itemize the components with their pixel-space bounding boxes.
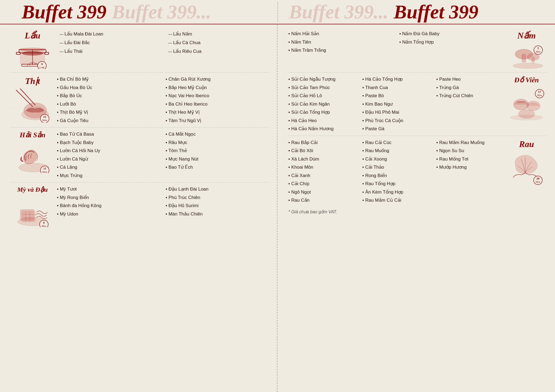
dovien-item-13: Phù Trúc Cá Cuộn — [362, 117, 432, 124]
svg-text:11: 11 — [43, 167, 46, 170]
dovien-item-17: Trứng Cút Chiên — [436, 92, 506, 99]
rau-item-20: Mướp Hương — [436, 164, 506, 171]
dovien-item-1: Sủi Cảo Ngẫu Tượng — [288, 76, 358, 83]
section-my: Mỳ và Đậu — [11, 182, 269, 230]
buffet-title-right-main: Buffet 399 — [394, 2, 479, 22]
dovien-item-8: Há Cảo Tổng Hợp — [362, 76, 432, 83]
svg-text:8: 8 — [43, 221, 45, 224]
dovien-item-15: Paste Heo — [436, 76, 506, 83]
thit-item-4: Lưỡi Bò — [57, 101, 160, 108]
haissan-item-7: Cá Mắt Ngọc — [166, 131, 269, 138]
dovien-col3: Paste Heo Trứng Gà Trứng Cút Chiên — [436, 76, 506, 132]
nam-item-4: Nấm Đùi Gà Baby — [399, 30, 506, 37]
rau-item-16: Rau Mầm Củ Cải — [362, 197, 432, 204]
my-items: Mỳ Tươi Mỳ Rong Biển Bánh đa Hồng Kông M… — [54, 186, 269, 217]
rau-item-17: Rau Mầm Rau Muống — [436, 139, 506, 146]
my-item-2: Mỳ Rong Biển — [57, 194, 160, 201]
svg-rect-33 — [522, 54, 526, 62]
lau-item-4: Lẩu Nấm — [166, 30, 269, 38]
haissan-item-2: Bạch Tuộc Baby — [57, 139, 160, 146]
haissan-col2: Cá Mắt Ngọc Râu Mực Tôm Thẻ Mực Nang Nút… — [166, 131, 269, 179]
thit-item-3: Bắp Bò Úc — [57, 92, 160, 99]
svg-text:12: 12 — [43, 115, 47, 118]
section-rau: Rau Bắp Cải Cải Bó Xôi Xà Lách Dúm Khoai… — [288, 136, 547, 207]
dovien-title: Đồ Viên — [514, 76, 539, 84]
left-header: Buffet 399 Buffet 399... — [11, 2, 278, 22]
section-dovien: Sủi Cảo Ngẫu Tượng Sủi Cảo Tam Phúc Sủi … — [288, 73, 547, 136]
dovien-illustration: Đồ Viên — [506, 76, 547, 121]
header-titles: Buffet 399 Buffet 399... Buffet 399... B… — [11, 2, 544, 22]
lau-col1: Lẩu Mala Đài Loan Lẩu Đài Bắc Lẩu Thái — [57, 30, 160, 55]
my-col2: Đậu Lạnh Đài Loan Phù Trúc Chiên Đậu Hũ … — [166, 186, 269, 217]
svg-text:5: 5 — [537, 47, 539, 50]
rau-col2: Rau Cải Cúc Rau Muống Cải Xoong Cải Thảo… — [362, 139, 432, 204]
dovien-item-7: Há Cảo Nấm Hương — [288, 125, 358, 132]
left-panel: Lẩu — [0, 24, 278, 392]
thit-item-2: Gầu Hoa Bò Úc — [57, 84, 160, 91]
svg-text:Món: Món — [536, 50, 541, 53]
dovien-item-5: Sủi Cảo Tổng Hợp — [288, 109, 358, 116]
my-item-8: Màn Thầu Chiên — [166, 211, 269, 218]
rau-item-6: Cải Chíp — [288, 180, 358, 187]
dovien-col1: Sủi Cảo Ngẫu Tượng Sủi Cảo Tam Phúc Sủi … — [288, 76, 358, 132]
svg-text:Món: Món — [42, 171, 47, 173]
haissan-item-3: Lườn Cá Hồi Na Uy — [57, 147, 160, 154]
lau-item-6: Lẩu Riêu Cua — [166, 48, 269, 55]
dovien-items-area: Sủi Cảo Ngẫu Tượng Sủi Cảo Tam Phúc Sủi … — [288, 76, 506, 132]
dovien-item-10: Paste Bò — [362, 92, 432, 99]
svg-rect-35 — [532, 57, 534, 63]
svg-text:20: 20 — [537, 177, 540, 180]
dovien-item-3: Sủi Cảo Hồ Lô — [288, 92, 358, 99]
section-nam: Nấm Hải Sản Nấm Tiên Nấm Trâm Trắng Nấm … — [288, 27, 547, 73]
nam-title: Nấm — [517, 30, 536, 41]
haissan-item-1: Bao Tử Cá Basa — [57, 131, 160, 138]
lau-item-2: Lẩu Đài Bắc — [57, 39, 160, 46]
right-panel: Nấm Hải Sản Nấm Tiên Nấm Trâm Trắng Nấm … — [278, 24, 555, 392]
header: Buffet 399 Buffet 399... Buffet 399... B… — [0, 0, 555, 24]
thit-item-10: Ba Chỉ Heo Iberico — [166, 101, 269, 108]
dovien-col2: Há Cảo Tổng Hợp Thanh Cua Paste Bò Kim B… — [362, 76, 432, 132]
thit-col1: Ba Chỉ Bò Mỹ Gầu Hoa Bò Úc Bắp Bò Úc Lưỡ… — [57, 76, 160, 124]
dovien-item-11: Kim Bao Ngư — [362, 101, 432, 108]
nam-item-5: Nấm Tổng Hợp — [399, 39, 506, 46]
svg-point-36 — [513, 63, 543, 68]
dovien-item-12: Đậu Hũ Phô Mai — [362, 109, 432, 116]
rau-item-13: Rong Biển — [362, 172, 432, 179]
footnote: * Giá chưa bao gồm VAT. — [288, 207, 547, 215]
rau-illustration: Rau — [506, 139, 547, 186]
rau-item-9: Rau Cải Cúc — [362, 139, 432, 146]
my-icon: 8 Món — [14, 195, 51, 227]
main-content: Lẩu — [0, 24, 555, 392]
section-haissan: Hải Sản — [11, 128, 269, 182]
svg-rect-24 — [22, 211, 35, 222]
right-header: Buffet 399... Buffet 399 — [278, 2, 544, 22]
buffet-title-left-main: Buffet 399 — [22, 2, 107, 22]
lau-item-3: Lẩu Thái — [57, 48, 160, 55]
nam-icon: 5 Món — [509, 42, 544, 69]
lau-col2: Lẩu Nấm Lẩu Cà Chua Lẩu Riêu Cua — [166, 30, 269, 55]
dovien-item-16: Trứng Gà — [436, 84, 506, 91]
section-thit: Thịt 12 M — [11, 73, 269, 128]
haissan-item-6: Mực Trứng — [57, 172, 160, 179]
thit-item-11: Thịt Heo Mỹ Vị — [166, 109, 269, 116]
nam-items-area: Nấm Hải Sản Nấm Tiên Nấm Trâm Trắng Nấm … — [288, 30, 506, 54]
lau-item-5: Lẩu Cà Chua — [166, 39, 269, 46]
dovien-item-9: Thanh Cua — [362, 84, 432, 91]
thit-title: Thịt — [25, 76, 40, 86]
thit-item-1: Ba Chỉ Bò Mỹ — [57, 76, 160, 83]
page: Buffet 399 Buffet 399... Buffet 399... B… — [0, 0, 555, 392]
haissan-item-10: Mực Nang Nút — [166, 156, 269, 163]
rau-item-2: Cải Bó Xôi — [288, 147, 358, 154]
lau-icon: 6 Loại — [15, 42, 50, 69]
rau-item-15: Ăn Kèm Tổng Hợp — [362, 189, 432, 196]
dovien-icon: 17 Món — [508, 86, 546, 121]
my-item-1: Mỳ Tươi — [57, 186, 160, 193]
thit-item-5: Thịt Bò Mỹ Vị — [57, 109, 160, 116]
svg-text:Món: Món — [537, 94, 542, 97]
rau-item-18: Ngọn Su Su — [436, 147, 506, 154]
thit-item-9: Nạc Vai Heo Iberico — [166, 92, 269, 99]
rau-item-7: Ngô Ngọt — [288, 189, 358, 196]
haissan-item-11: Bao Tử Ếch — [166, 164, 269, 171]
my-item-7: Đậu Hũ Surimi — [166, 202, 269, 209]
haissan-col1: Bao Tử Cá Basa Bạch Tuộc Baby Lườn Cá Hồ… — [57, 131, 160, 179]
